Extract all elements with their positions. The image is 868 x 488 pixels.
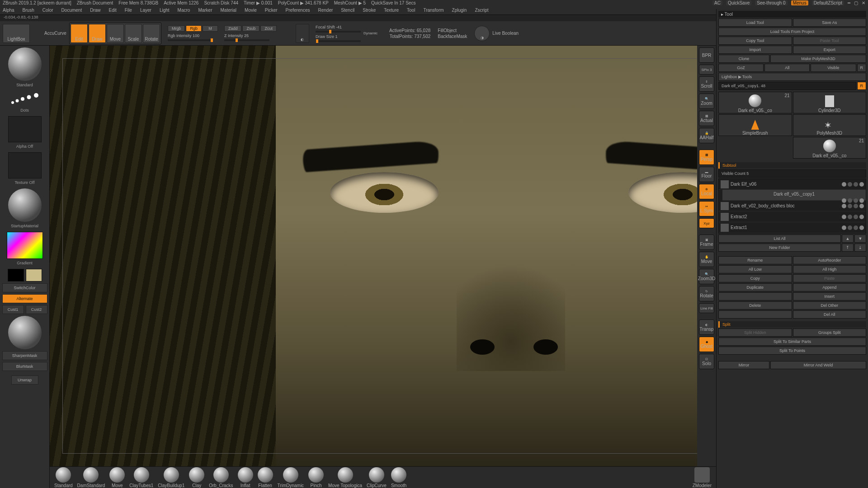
menu-item[interactable]: Texture	[384, 8, 399, 13]
menu-item[interactable]: Light	[160, 8, 170, 13]
split-similar-button[interactable]: Split To Similar Parts	[718, 338, 866, 346]
draw-size-slider[interactable]: Draw Size 1	[316, 34, 361, 42]
draw-mode-button[interactable]: Draw	[89, 24, 106, 43]
cust1-button[interactable]: Cust1	[2, 305, 24, 314]
gyro-icon[interactable]: ◐	[296, 24, 309, 43]
menu-item[interactable]: Zscript	[475, 8, 488, 13]
move-mode-button[interactable]: Move	[107, 24, 124, 43]
move-view-button[interactable]: ✋Move	[699, 252, 714, 267]
zadd-button[interactable]: Zadd	[224, 25, 242, 32]
curve-thumbnail[interactable]	[8, 316, 42, 349]
material-thumbnail[interactable]	[8, 188, 42, 222]
alpha-thumbnail[interactable]	[8, 116, 42, 142]
split-hidden-button[interactable]: Split Hidden	[718, 328, 792, 337]
live-boolean-label[interactable]: Live Boolean	[492, 31, 519, 36]
color-picker[interactable]	[7, 232, 43, 259]
tool-thumb[interactable]: ✶PolyMesh3D	[793, 114, 867, 136]
mirror-button[interactable]: Mirror	[718, 361, 769, 369]
make-polymesh-button[interactable]: Make PolyMesh3D	[770, 55, 866, 63]
move-down-all-icon[interactable]: ⤓	[854, 244, 866, 252]
brush-preset[interactable]: Smooth	[391, 467, 406, 488]
live-boolean-icon[interactable]: ◑	[474, 26, 490, 41]
brush-preset[interactable]: Move	[109, 467, 125, 488]
all-high-button[interactable]: All High	[793, 265, 867, 273]
import-button[interactable]: Import	[718, 46, 792, 54]
split-points-button[interactable]: Split To Points	[718, 347, 866, 355]
cust2-button[interactable]: Cust2	[26, 305, 47, 314]
insert-button[interactable]: Insert	[793, 292, 867, 300]
groups-split-button[interactable]: Groups Split	[793, 328, 867, 337]
scroll-button[interactable]: ⇕Scroll	[699, 76, 714, 92]
split-header[interactable]: Split	[718, 321, 866, 328]
brush-preset[interactable]: ClipCurve	[367, 467, 387, 488]
zoom3d-button[interactable]: 🔍Zoom3D	[699, 269, 714, 284]
subtool-item[interactable]: Extract1	[719, 222, 866, 233]
zoom-button[interactable]: 🔍Zoom	[699, 94, 714, 109]
edit-mode-button[interactable]: Edit	[71, 24, 88, 43]
menu-item[interactable]: File	[125, 8, 132, 13]
copy-button[interactable]: Copy	[718, 274, 792, 282]
lsym-button[interactable]: ⇔L.Sym	[699, 201, 714, 216]
tool-thumb[interactable]: SimpleBrush	[718, 114, 792, 136]
list-all-button[interactable]: List All	[718, 235, 841, 243]
subtool-item[interactable]: Dark Elf_v06	[719, 179, 866, 190]
append-button[interactable]: Append	[793, 283, 867, 291]
menu-item[interactable]: Stencil	[341, 8, 354, 13]
menu-item[interactable]: Brush	[23, 8, 34, 13]
main-color[interactable]	[8, 269, 24, 282]
menu-item[interactable]: Draw	[90, 8, 100, 13]
load-tool-button[interactable]: Load Tool	[718, 19, 792, 27]
fill-object-button[interactable]: FillObject	[438, 28, 457, 33]
brush-preset[interactable]: Inflat	[238, 467, 253, 488]
rotate-mode-button[interactable]: Rotate	[143, 24, 160, 43]
z-intensity-slider[interactable]: Z Intensity 25	[224, 33, 277, 41]
secondary-color[interactable]	[26, 269, 42, 282]
zcut-button[interactable]: Zcut	[260, 25, 277, 32]
quicksave-button[interactable]: QuickSave	[726, 0, 751, 5]
subtool-item[interactable]: Dark elf_v05._copy1	[722, 190, 866, 201]
arrow-down-icon[interactable]: ▼	[854, 235, 866, 243]
seethrough-slider[interactable]: See-through 0	[755, 0, 787, 5]
menu-item[interactable]: Marker	[198, 8, 212, 13]
new-folder-button[interactable]: New Folder	[718, 244, 841, 252]
blur-mask-button[interactable]: BlurMask	[2, 362, 47, 371]
brush-preset[interactable]: Standard	[54, 467, 73, 488]
export-button[interactable]: Export	[793, 46, 867, 54]
alternate-button[interactable]: Alternate	[2, 294, 47, 303]
xyz-button[interactable]: Xyz	[699, 218, 714, 228]
window-max-icon[interactable]: ▢	[854, 0, 858, 5]
duplicate-button[interactable]: Duplicate	[718, 283, 792, 291]
menu-item[interactable]: Color	[42, 8, 53, 13]
frame-button[interactable]: ▣Frame	[699, 235, 714, 250]
rename-button[interactable]: Rename	[718, 256, 792, 264]
rgb-button[interactable]: Rgb	[186, 25, 202, 32]
window-min-icon[interactable]: ━	[848, 0, 850, 5]
menu-item[interactable]: Preferences	[286, 8, 310, 13]
brush-preset[interactable]: Clay	[189, 467, 204, 488]
stroke-thumbnail[interactable]	[9, 91, 41, 106]
rotate-view-button[interactable]: ↻Rotate	[699, 286, 714, 301]
tool-header[interactable]: ▸ Tool	[718, 11, 866, 18]
lightbox-button[interactable]: LightBox	[3, 24, 30, 43]
brush-preset[interactable]: ClayTubes1	[129, 467, 153, 488]
goz-button[interactable]: GoZ	[718, 64, 764, 72]
menu-item[interactable]: Tool	[407, 8, 415, 13]
tool-name-field[interactable]: Dark elf_v05._copy1. 48	[718, 82, 856, 90]
m-button[interactable]: M	[203, 25, 218, 32]
del-other-button[interactable]: Del Other	[793, 301, 867, 310]
brush-preset[interactable]: ClayBuildup1	[158, 467, 184, 488]
menu-item[interactable]: Macro	[178, 8, 190, 13]
tool-thumb[interactable]: Cylinder3D	[793, 92, 867, 113]
load-project-button[interactable]: Load Tools From Project	[718, 28, 866, 36]
default-zscript[interactable]: DefaultZScript	[812, 0, 844, 5]
local-button[interactable]: ⊕Local	[699, 184, 714, 199]
lightbox-tools-button[interactable]: Lightbox ▶ Tools	[718, 73, 866, 81]
paste-button[interactable]: Paste	[793, 274, 867, 282]
mirror-weld-button[interactable]: Mirror And Weld	[770, 361, 866, 369]
curve-label[interactable]: AccuCurve	[44, 31, 66, 36]
menu-item[interactable]: Zplugin	[452, 8, 467, 13]
aahalf-button[interactable]: 🔒AAHalf	[699, 128, 714, 143]
window-close-icon[interactable]: ✕	[862, 0, 865, 5]
delete-button[interactable]: Delete	[718, 301, 792, 310]
scale-mode-button[interactable]: Scale	[125, 24, 142, 43]
